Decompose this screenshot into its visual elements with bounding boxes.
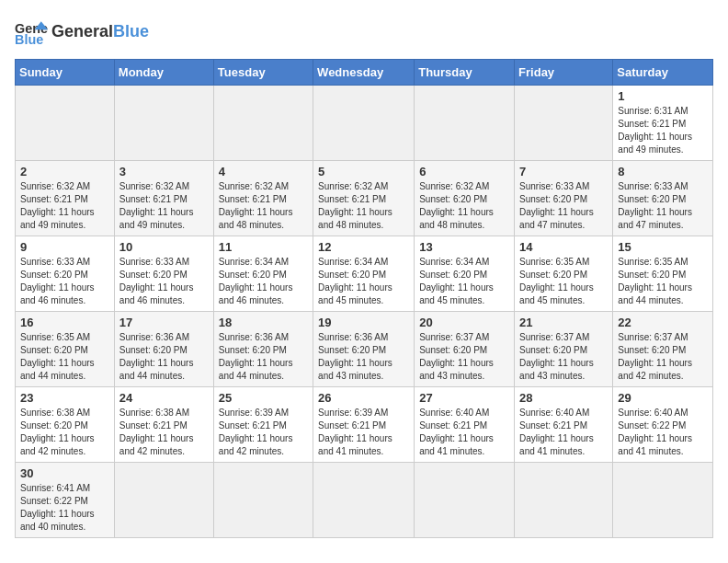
calendar-table: SundayMondayTuesdayWednesdayThursdayFrid… [15,59,713,538]
day-number: 10 [119,240,209,254]
day-number: 26 [318,391,409,405]
calendar-empty-cell [613,463,713,538]
calendar-day-12: 12Sunrise: 6:34 AM Sunset: 6:20 PM Dayli… [313,236,415,312]
calendar-day-29: 29Sunrise: 6:40 AM Sunset: 6:22 PM Dayli… [613,387,713,463]
day-number: 7 [519,165,608,178]
calendar-header-row: SundayMondayTuesdayWednesdayThursdayFrid… [16,60,713,86]
day-info: Sunrise: 6:35 AM Sunset: 6:20 PM Dayligh… [519,256,608,307]
calendar-day-3: 3Sunrise: 6:32 AM Sunset: 6:21 PM Daylig… [114,161,213,236]
day-number: 16 [20,316,109,329]
calendar-day-21: 21Sunrise: 6:37 AM Sunset: 6:20 PM Dayli… [515,312,613,387]
day-number: 20 [419,316,509,329]
day-number: 3 [119,165,209,178]
calendar-day-10: 10Sunrise: 6:33 AM Sunset: 6:20 PM Dayli… [114,236,213,312]
calendar-day-19: 19Sunrise: 6:36 AM Sunset: 6:20 PM Dayli… [313,312,415,387]
weekday-header-sunday: Sunday [16,60,115,86]
day-info: Sunrise: 6:32 AM Sunset: 6:21 PM Dayligh… [20,180,109,232]
weekday-header-wednesday: Wednesday [313,60,415,86]
calendar-week-row: 9Sunrise: 6:33 AM Sunset: 6:20 PM Daylig… [16,236,713,312]
day-number: 2 [20,165,109,178]
day-info: Sunrise: 6:39 AM Sunset: 6:21 PM Dayligh… [219,407,308,458]
day-info: Sunrise: 6:35 AM Sunset: 6:20 PM Dayligh… [618,256,708,307]
calendar-empty-cell [515,463,613,538]
day-number: 19 [318,316,409,329]
day-info: Sunrise: 6:41 AM Sunset: 6:22 PM Dayligh… [20,482,109,534]
day-number: 9 [20,240,109,254]
calendar-day-23: 23Sunrise: 6:38 AM Sunset: 6:20 PM Dayli… [16,387,115,463]
svg-text:Blue: Blue [15,32,43,47]
logo-icon: General Blue [15,15,48,48]
calendar-week-row: 30Sunrise: 6:41 AM Sunset: 6:22 PM Dayli… [16,463,713,538]
day-info: Sunrise: 6:37 AM Sunset: 6:20 PM Dayligh… [419,331,509,383]
day-info: Sunrise: 6:38 AM Sunset: 6:21 PM Dayligh… [119,407,209,458]
day-number: 15 [618,240,708,254]
calendar-day-27: 27Sunrise: 6:40 AM Sunset: 6:21 PM Dayli… [415,387,515,463]
day-number: 12 [318,240,409,254]
logo-text: GeneralBlue [51,22,149,41]
calendar-empty-cell [313,86,415,161]
day-info: Sunrise: 6:33 AM Sunset: 6:20 PM Dayligh… [618,180,708,232]
day-number: 29 [618,391,708,405]
day-number: 22 [618,316,708,329]
day-number: 13 [419,240,509,254]
calendar-day-6: 6Sunrise: 6:32 AM Sunset: 6:20 PM Daylig… [415,161,515,236]
day-number: 25 [219,391,308,405]
day-info: Sunrise: 6:40 AM Sunset: 6:21 PM Dayligh… [419,407,509,458]
calendar-empty-cell [415,463,515,538]
calendar-empty-cell [415,86,515,161]
calendar-day-26: 26Sunrise: 6:39 AM Sunset: 6:21 PM Dayli… [313,387,415,463]
day-info: Sunrise: 6:36 AM Sunset: 6:20 PM Dayligh… [219,331,308,383]
day-number: 21 [519,316,608,329]
calendar-day-1: 1Sunrise: 6:31 AM Sunset: 6:21 PM Daylig… [613,86,713,161]
day-number: 30 [20,466,109,480]
calendar-day-4: 4Sunrise: 6:32 AM Sunset: 6:21 PM Daylig… [213,161,313,236]
day-info: Sunrise: 6:32 AM Sunset: 6:21 PM Dayligh… [219,180,308,232]
calendar-day-25: 25Sunrise: 6:39 AM Sunset: 6:21 PM Dayli… [213,387,313,463]
day-info: Sunrise: 6:32 AM Sunset: 6:20 PM Dayligh… [419,180,509,232]
weekday-header-monday: Monday [114,60,213,86]
calendar-empty-cell [16,86,115,161]
day-number: 14 [519,240,608,254]
day-info: Sunrise: 6:33 AM Sunset: 6:20 PM Dayligh… [20,256,109,307]
calendar-week-row: 23Sunrise: 6:38 AM Sunset: 6:20 PM Dayli… [16,387,713,463]
weekday-header-thursday: Thursday [415,60,515,86]
day-number: 23 [20,391,109,405]
day-info: Sunrise: 6:32 AM Sunset: 6:21 PM Dayligh… [119,180,209,232]
day-number: 24 [119,391,209,405]
calendar-day-7: 7Sunrise: 6:33 AM Sunset: 6:20 PM Daylig… [515,161,613,236]
weekday-header-friday: Friday [515,60,613,86]
calendar-day-13: 13Sunrise: 6:34 AM Sunset: 6:20 PM Dayli… [415,236,515,312]
calendar-empty-cell [114,86,213,161]
day-number: 8 [618,165,708,178]
day-number: 28 [519,391,608,405]
weekday-header-saturday: Saturday [613,60,713,86]
day-info: Sunrise: 6:33 AM Sunset: 6:20 PM Dayligh… [519,180,608,232]
calendar-week-row: 1Sunrise: 6:31 AM Sunset: 6:21 PM Daylig… [16,86,713,161]
calendar-day-11: 11Sunrise: 6:34 AM Sunset: 6:20 PM Dayli… [213,236,313,312]
calendar-day-22: 22Sunrise: 6:37 AM Sunset: 6:20 PM Dayli… [613,312,713,387]
calendar-day-8: 8Sunrise: 6:33 AM Sunset: 6:20 PM Daylig… [613,161,713,236]
day-info: Sunrise: 6:37 AM Sunset: 6:20 PM Dayligh… [519,331,608,383]
day-number: 6 [419,165,509,178]
calendar-day-28: 28Sunrise: 6:40 AM Sunset: 6:21 PM Dayli… [515,387,613,463]
day-number: 11 [219,240,308,254]
page-header: General Blue GeneralBlue [15,15,713,48]
calendar-week-row: 16Sunrise: 6:35 AM Sunset: 6:20 PM Dayli… [16,312,713,387]
calendar-empty-cell [313,463,415,538]
calendar-day-24: 24Sunrise: 6:38 AM Sunset: 6:21 PM Dayli… [114,387,213,463]
calendar-day-30: 30Sunrise: 6:41 AM Sunset: 6:22 PM Dayli… [16,463,115,538]
day-info: Sunrise: 6:31 AM Sunset: 6:21 PM Dayligh… [618,105,708,156]
day-info: Sunrise: 6:34 AM Sunset: 6:20 PM Dayligh… [419,256,509,307]
calendar-day-2: 2Sunrise: 6:32 AM Sunset: 6:21 PM Daylig… [16,161,115,236]
day-info: Sunrise: 6:39 AM Sunset: 6:21 PM Dayligh… [318,407,409,458]
calendar-empty-cell [515,86,613,161]
calendar-day-17: 17Sunrise: 6:36 AM Sunset: 6:20 PM Dayli… [114,312,213,387]
calendar-day-9: 9Sunrise: 6:33 AM Sunset: 6:20 PM Daylig… [16,236,115,312]
logo: General Blue GeneralBlue [15,15,149,48]
day-info: Sunrise: 6:40 AM Sunset: 6:21 PM Dayligh… [519,407,608,458]
day-info: Sunrise: 6:37 AM Sunset: 6:20 PM Dayligh… [618,331,708,383]
day-number: 5 [318,165,409,178]
day-info: Sunrise: 6:34 AM Sunset: 6:20 PM Dayligh… [318,256,409,307]
day-info: Sunrise: 6:38 AM Sunset: 6:20 PM Dayligh… [20,407,109,458]
day-info: Sunrise: 6:35 AM Sunset: 6:20 PM Dayligh… [20,331,109,383]
